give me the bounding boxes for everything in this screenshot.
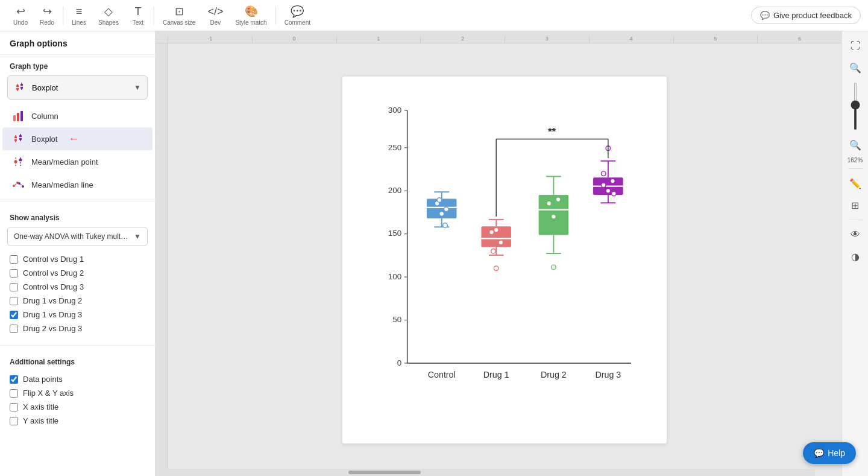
left-panel: Graph options Graph type Boxplot ▼ <box>0 31 156 476</box>
setting-checkbox-flip-xy[interactable] <box>10 389 18 398</box>
preview-button[interactable]: 👁 <box>846 225 865 244</box>
analysis-dropdown-arrow-icon: ▼ <box>134 232 141 241</box>
svg-point-89 <box>611 179 615 183</box>
redo-icon: ↪ <box>43 5 52 18</box>
redo-button[interactable]: ↪ Redo <box>34 2 60 28</box>
comparison-label-c-vs-d2: Control vs Drug 2 <box>23 268 84 278</box>
undo-icon: ↩ <box>16 5 25 18</box>
svg-text:**: ** <box>548 125 556 137</box>
boxplot-selected-icon <box>14 81 27 94</box>
svg-text:Drug 2: Drug 2 <box>541 369 567 379</box>
comparison-item-c-vs-d2: Control vs Drug 2 <box>10 266 145 280</box>
canvas-size-button[interactable]: ⊡ Canvas size <box>157 2 201 28</box>
ruler-left <box>156 43 168 476</box>
zoom-slider[interactable] <box>854 82 857 130</box>
style-match-button[interactable]: 🎨 Style match <box>229 2 272 28</box>
feedback-icon: 💬 <box>760 11 770 20</box>
mean-median-line-icon <box>12 178 25 191</box>
scrollbar-thumb[interactable] <box>348 471 421 474</box>
comparison-checkboxes: Control vs Drug 1Control vs Drug 2Contro… <box>0 251 155 340</box>
divider-3 <box>275 7 276 25</box>
edit-button[interactable]: ✏️ <box>846 174 865 193</box>
canvas-content: 0 50 100 150 200 250 <box>168 43 841 476</box>
feedback-button[interactable]: 💬 Give product feedback <box>751 7 861 24</box>
comparison-checkbox-d1-vs-d2[interactable] <box>10 297 18 305</box>
svg-point-78 <box>547 201 552 206</box>
svg-text:Control: Control <box>428 369 456 379</box>
comparison-label-d1-vs-d3: Drug 1 vs Drug 3 <box>23 310 82 319</box>
svg-point-77 <box>552 265 556 270</box>
zoom-in-button[interactable]: 🔍 <box>846 58 865 77</box>
graph-type-label: Graph type <box>0 55 155 75</box>
analysis-dropdown[interactable]: One-way ANOVA with Tukey multiple c... ▼ <box>7 227 148 246</box>
ruler-mark: 0 <box>252 36 336 43</box>
zoom-slider-container <box>854 82 857 130</box>
ruler-top: -1 0 1 2 3 4 5 6 <box>156 31 841 43</box>
comparison-checkbox-d2-vs-d3[interactable] <box>10 325 18 333</box>
svg-point-56 <box>444 206 449 211</box>
ruler-mark: -1 <box>168 36 252 43</box>
lines-button[interactable]: ≡ Lines <box>66 3 92 28</box>
setting-item-data-points: Data points <box>10 372 145 386</box>
comparison-label-d2-vs-d3: Drug 2 vs Drug 3 <box>23 324 82 333</box>
shapes-button[interactable]: ◇ Shapes <box>92 2 125 28</box>
graph-type-boxplot[interactable]: Boxplot ← <box>2 127 153 150</box>
comment-button[interactable]: 💬 Comment <box>278 2 316 28</box>
zoom-out-button[interactable]: 🔍 <box>846 135 865 154</box>
graph-type-dropdown[interactable]: Boxplot ▼ <box>7 75 148 100</box>
svg-point-70 <box>491 249 496 253</box>
right-divider-2 <box>848 220 863 220</box>
graph-type-list: Column Boxplot ← <box>0 104 155 196</box>
additional-settings-label: Additional settings <box>0 351 155 371</box>
svg-point-27 <box>18 182 20 185</box>
svg-point-91 <box>601 171 606 176</box>
ruler-marks: -1 0 1 2 3 4 5 6 <box>156 36 841 43</box>
comparison-item-d1-vs-d2: Drug 1 vs Drug 2 <box>10 294 145 308</box>
setting-label-data-points: Data points <box>23 375 63 384</box>
svg-point-79 <box>556 197 561 202</box>
svg-text:100: 100 <box>388 271 401 281</box>
zoom-value: 162% <box>848 157 863 163</box>
svg-point-24 <box>13 185 15 187</box>
dev-icon: </> <box>207 5 223 18</box>
dropdown-arrow-icon: ▼ <box>134 83 141 92</box>
comparison-checkbox-c-vs-d2[interactable] <box>10 269 18 278</box>
additional-settings-checkboxes: Data pointsFlip X & Y axisX axis titleY … <box>0 371 155 433</box>
svg-text:Drug 3: Drug 3 <box>595 369 621 379</box>
svg-point-59 <box>443 223 448 227</box>
svg-point-28 <box>22 185 24 188</box>
setting-checkbox-x-axis-title[interactable] <box>10 403 18 411</box>
comparison-checkbox-d1-vs-d3[interactable] <box>10 311 18 319</box>
dev-button[interactable]: </> Dev <box>201 3 229 28</box>
undo-button[interactable]: ↩ Undo <box>7 2 34 28</box>
comparison-checkbox-c-vs-d3[interactable] <box>10 283 18 291</box>
svg-point-69 <box>494 227 498 232</box>
comparison-label-c-vs-d1: Control vs Drug 1 <box>23 255 84 264</box>
comparison-item-d1-vs-d3: Drug 1 vs Drug 3 <box>10 308 145 322</box>
fullscreen-button[interactable]: ⛶ <box>846 36 865 56</box>
divider-after-graph-types <box>0 201 155 202</box>
svg-point-57 <box>439 211 444 216</box>
panel-title: Graph options <box>0 31 155 55</box>
setting-checkbox-y-axis-title[interactable] <box>10 417 18 425</box>
svg-rect-8 <box>13 115 16 121</box>
graph-type-mean-median-point[interactable]: Mean/median point <box>2 150 153 173</box>
svg-point-22 <box>19 159 22 162</box>
contrast-button[interactable]: ◑ <box>846 247 865 266</box>
edit-icon: ✏️ <box>849 178 861 189</box>
mean-median-point-icon <box>12 155 25 168</box>
svg-point-80 <box>552 214 556 219</box>
chart-card: 0 50 100 150 200 250 <box>342 76 667 444</box>
svg-text:50: 50 <box>392 315 401 324</box>
help-button[interactable]: 💬 Help <box>803 442 856 464</box>
graph-type-mean-median-line[interactable]: Mean/median line <box>2 173 153 196</box>
divider-before-settings <box>0 345 155 346</box>
eye-icon: 👁 <box>851 229 860 240</box>
ruler-mark: 5 <box>673 36 758 43</box>
comparison-label-c-vs-d3: Control vs Drug 3 <box>23 282 84 291</box>
graph-type-column[interactable]: Column <box>2 104 153 127</box>
comparison-checkbox-c-vs-d1[interactable] <box>10 255 18 264</box>
setting-checkbox-data-points[interactable] <box>10 375 18 384</box>
text-button[interactable]: T Text <box>125 3 151 28</box>
grid-button[interactable]: ⊞ <box>846 195 865 215</box>
